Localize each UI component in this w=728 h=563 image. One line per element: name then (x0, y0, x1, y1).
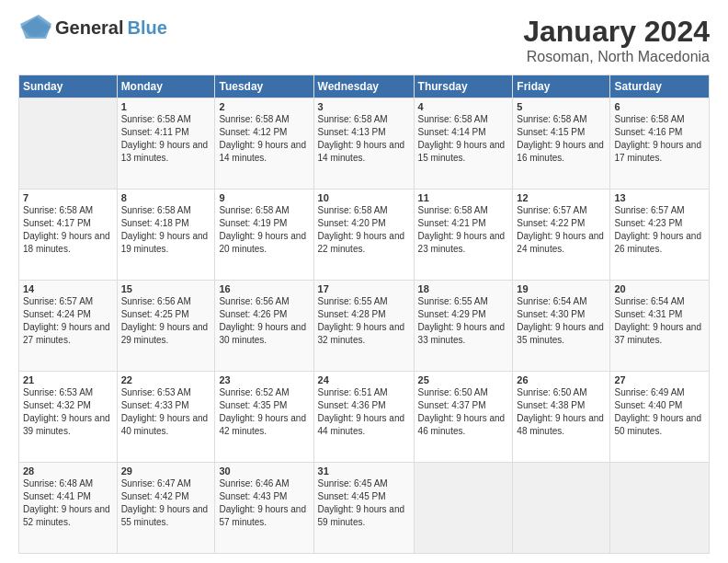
header-row: Sunday Monday Tuesday Wednesday Thursday… (19, 75, 710, 98)
day-info: Sunrise: 6:58 AM Sunset: 4:18 PM Dayligh… (121, 204, 211, 256)
day-number: 20 (614, 283, 705, 294)
calendar-table: Sunday Monday Tuesday Wednesday Thursday… (18, 75, 710, 554)
day-number: 5 (517, 101, 606, 112)
calendar-cell: 1Sunrise: 6:58 AM Sunset: 4:11 PM Daylig… (117, 98, 215, 190)
day-info: Sunrise: 6:58 AM Sunset: 4:13 PM Dayligh… (318, 113, 410, 165)
day-number: 26 (517, 374, 606, 385)
calendar-cell: 26Sunrise: 6:50 AM Sunset: 4:38 PM Dayli… (513, 372, 610, 463)
day-info: Sunrise: 6:58 AM Sunset: 4:20 PM Dayligh… (318, 204, 410, 256)
col-thursday: Thursday (414, 75, 513, 98)
day-number: 21 (23, 374, 113, 385)
day-number: 7 (23, 192, 113, 203)
day-info: Sunrise: 6:58 AM Sunset: 4:15 PM Dayligh… (517, 113, 606, 165)
day-number: 10 (318, 192, 410, 203)
calendar-week-4: 28Sunrise: 6:48 AM Sunset: 4:41 PM Dayli… (19, 463, 710, 554)
logo-general-text: General (55, 17, 123, 39)
col-friday: Friday (513, 75, 610, 98)
subtitle: Rosoman, North Macedonia (523, 49, 710, 65)
day-info: Sunrise: 6:50 AM Sunset: 4:38 PM Dayligh… (517, 386, 606, 438)
day-info: Sunrise: 6:55 AM Sunset: 4:29 PM Dayligh… (418, 295, 509, 347)
day-number: 31 (318, 465, 410, 477)
calendar-week-1: 7Sunrise: 6:58 AM Sunset: 4:17 PM Daylig… (19, 190, 710, 281)
day-info: Sunrise: 6:46 AM Sunset: 4:43 PM Dayligh… (219, 477, 309, 529)
calendar-cell: 22Sunrise: 6:53 AM Sunset: 4:33 PM Dayli… (117, 372, 215, 463)
col-monday: Monday (117, 75, 215, 98)
day-info: Sunrise: 6:57 AM Sunset: 4:22 PM Dayligh… (517, 204, 606, 256)
day-number: 9 (219, 192, 309, 203)
day-info: Sunrise: 6:57 AM Sunset: 4:23 PM Dayligh… (614, 204, 705, 256)
main-title: January 2024 (523, 15, 710, 49)
day-info: Sunrise: 6:58 AM Sunset: 4:16 PM Dayligh… (614, 113, 705, 165)
calendar-cell: 14Sunrise: 6:57 AM Sunset: 4:24 PM Dayli… (19, 281, 118, 372)
calendar-cell: 10Sunrise: 6:58 AM Sunset: 4:20 PM Dayli… (313, 190, 414, 281)
day-number: 12 (517, 192, 606, 203)
title-block: January 2024 Rosoman, North Macedonia (523, 15, 710, 65)
day-number: 17 (318, 283, 410, 294)
day-number: 23 (219, 374, 309, 385)
calendar-cell: 13Sunrise: 6:57 AM Sunset: 4:23 PM Dayli… (610, 190, 710, 281)
day-number: 6 (614, 101, 705, 112)
calendar-cell: 7Sunrise: 6:58 AM Sunset: 4:17 PM Daylig… (19, 190, 118, 281)
day-info: Sunrise: 6:48 AM Sunset: 4:41 PM Dayligh… (23, 477, 113, 529)
calendar-cell: 24Sunrise: 6:51 AM Sunset: 4:36 PM Dayli… (313, 372, 414, 463)
calendar-cell: 9Sunrise: 6:58 AM Sunset: 4:19 PM Daylig… (215, 190, 313, 281)
calendar-week-2: 14Sunrise: 6:57 AM Sunset: 4:24 PM Dayli… (19, 281, 710, 372)
page: GeneralBlue January 2024 Rosoman, North … (0, 0, 728, 563)
calendar-cell: 16Sunrise: 6:56 AM Sunset: 4:26 PM Dayli… (215, 281, 313, 372)
calendar-week-3: 21Sunrise: 6:53 AM Sunset: 4:32 PM Dayli… (19, 372, 710, 463)
logo: GeneralBlue (18, 15, 167, 40)
day-number: 13 (614, 192, 705, 203)
calendar-cell: 27Sunrise: 6:49 AM Sunset: 4:40 PM Dayli… (610, 372, 710, 463)
logo-icon (18, 15, 51, 40)
header: GeneralBlue January 2024 Rosoman, North … (18, 15, 710, 65)
day-number: 25 (418, 374, 509, 385)
col-sunday: Sunday (19, 75, 118, 98)
day-number: 19 (517, 283, 606, 294)
day-number: 30 (219, 465, 309, 477)
calendar-cell: 28Sunrise: 6:48 AM Sunset: 4:41 PM Dayli… (19, 463, 118, 554)
day-number: 2 (219, 101, 309, 112)
logo-blue-text: Blue (127, 17, 166, 39)
calendar-header: Sunday Monday Tuesday Wednesday Thursday… (19, 75, 710, 98)
day-number: 8 (121, 192, 211, 203)
day-number: 14 (23, 283, 113, 294)
day-info: Sunrise: 6:45 AM Sunset: 4:45 PM Dayligh… (318, 477, 410, 529)
col-tuesday: Tuesday (215, 75, 313, 98)
calendar-cell: 29Sunrise: 6:47 AM Sunset: 4:42 PM Dayli… (117, 463, 215, 554)
day-info: Sunrise: 6:51 AM Sunset: 4:36 PM Dayligh… (318, 386, 410, 438)
day-info: Sunrise: 6:53 AM Sunset: 4:32 PM Dayligh… (23, 386, 113, 438)
day-number: 29 (121, 465, 211, 477)
day-info: Sunrise: 6:58 AM Sunset: 4:11 PM Dayligh… (121, 113, 211, 165)
calendar-cell: 11Sunrise: 6:58 AM Sunset: 4:21 PM Dayli… (414, 190, 513, 281)
calendar-cell: 4Sunrise: 6:58 AM Sunset: 4:14 PM Daylig… (414, 98, 513, 190)
day-info: Sunrise: 6:47 AM Sunset: 4:42 PM Dayligh… (121, 477, 211, 529)
day-number: 18 (418, 283, 509, 294)
day-info: Sunrise: 6:49 AM Sunset: 4:40 PM Dayligh… (614, 386, 705, 438)
calendar-cell: 23Sunrise: 6:52 AM Sunset: 4:35 PM Dayli… (215, 372, 313, 463)
day-number: 1 (121, 101, 211, 112)
col-saturday: Saturday (610, 75, 710, 98)
day-info: Sunrise: 6:56 AM Sunset: 4:26 PM Dayligh… (219, 295, 309, 347)
calendar-cell: 19Sunrise: 6:54 AM Sunset: 4:30 PM Dayli… (513, 281, 610, 372)
calendar-cell: 8Sunrise: 6:58 AM Sunset: 4:18 PM Daylig… (117, 190, 215, 281)
day-info: Sunrise: 6:57 AM Sunset: 4:24 PM Dayligh… (23, 295, 113, 347)
calendar-cell (19, 98, 118, 190)
calendar-cell (610, 463, 710, 554)
day-number: 28 (23, 465, 113, 477)
day-info: Sunrise: 6:58 AM Sunset: 4:21 PM Dayligh… (418, 204, 509, 256)
calendar-cell: 30Sunrise: 6:46 AM Sunset: 4:43 PM Dayli… (215, 463, 313, 554)
day-info: Sunrise: 6:55 AM Sunset: 4:28 PM Dayligh… (318, 295, 410, 347)
calendar-cell: 2Sunrise: 6:58 AM Sunset: 4:12 PM Daylig… (215, 98, 313, 190)
calendar-cell: 5Sunrise: 6:58 AM Sunset: 4:15 PM Daylig… (513, 98, 610, 190)
calendar-cell (414, 463, 513, 554)
day-number: 3 (318, 101, 410, 112)
day-info: Sunrise: 6:58 AM Sunset: 4:14 PM Dayligh… (418, 113, 509, 165)
calendar-week-0: 1Sunrise: 6:58 AM Sunset: 4:11 PM Daylig… (19, 98, 710, 190)
day-info: Sunrise: 6:54 AM Sunset: 4:31 PM Dayligh… (614, 295, 705, 347)
day-info: Sunrise: 6:58 AM Sunset: 4:19 PM Dayligh… (219, 204, 309, 256)
calendar-body: 1Sunrise: 6:58 AM Sunset: 4:11 PM Daylig… (19, 98, 710, 554)
day-info: Sunrise: 6:50 AM Sunset: 4:37 PM Dayligh… (418, 386, 509, 438)
day-number: 16 (219, 283, 309, 294)
calendar-cell (513, 463, 610, 554)
calendar-cell: 6Sunrise: 6:58 AM Sunset: 4:16 PM Daylig… (610, 98, 710, 190)
